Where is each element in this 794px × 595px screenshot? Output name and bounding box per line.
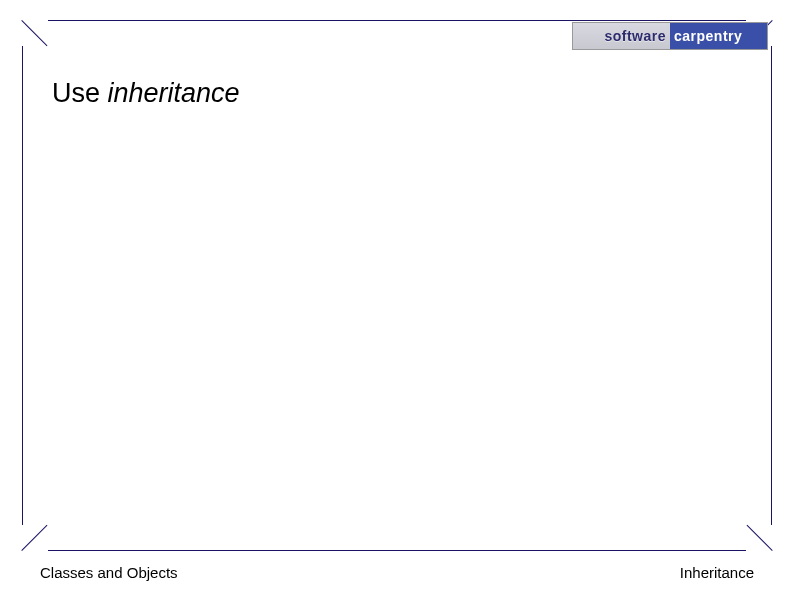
slide: software carpentry Use inheritance Class… [0, 0, 794, 595]
footer-left: Classes and Objects [40, 564, 178, 581]
software-carpentry-logo: software carpentry [572, 22, 768, 50]
heading-emphasis: inheritance [108, 78, 240, 108]
logo-left-text: software [573, 23, 670, 49]
corner-cut-tl [22, 20, 48, 46]
heading-prefix: Use [52, 78, 108, 108]
slide-heading: Use inheritance [52, 78, 240, 109]
corner-cut-br [746, 525, 772, 551]
logo-right-text: carpentry [670, 23, 767, 49]
footer-right: Inheritance [680, 564, 754, 581]
corner-cut-bl [22, 525, 48, 551]
